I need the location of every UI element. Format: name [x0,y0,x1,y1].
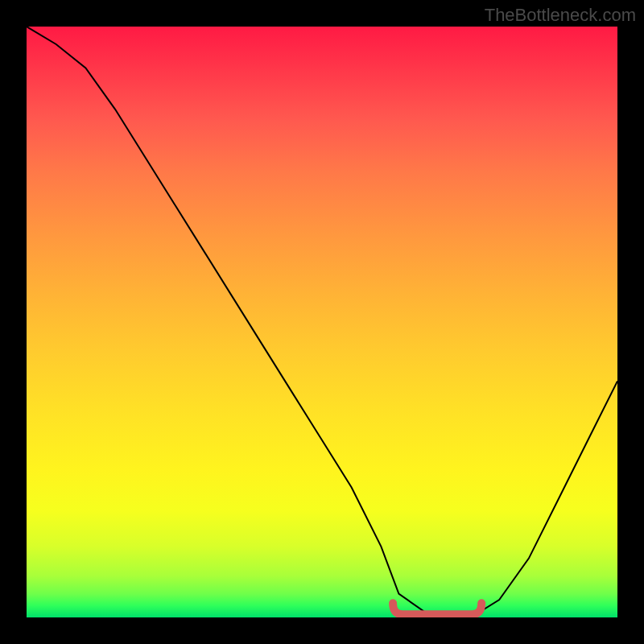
bottleneck-curve-path [27,27,617,614]
watermark-text: TheBottleneck.com [485,5,636,26]
chart-plot-area [27,27,617,617]
chart-svg [27,27,617,617]
optimal-range-highlight [393,603,481,614]
